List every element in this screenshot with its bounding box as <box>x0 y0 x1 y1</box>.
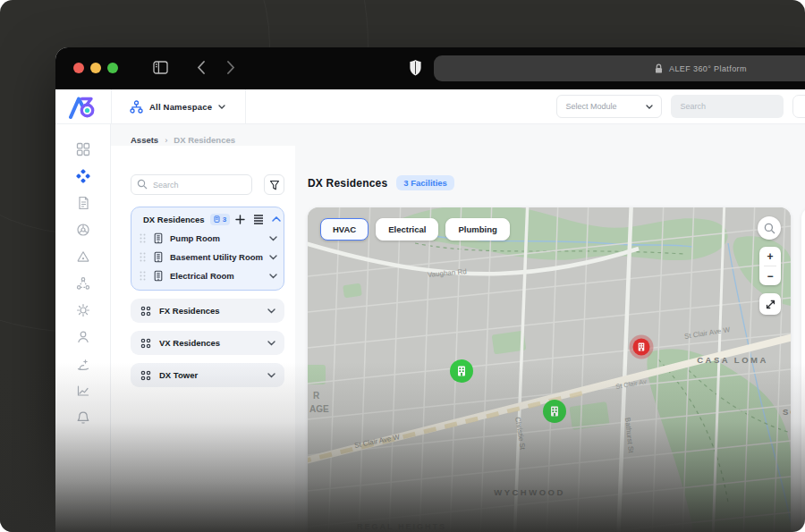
assets-icon[interactable] <box>55 163 110 190</box>
map-search-button[interactable] <box>758 216 781 240</box>
chevron-down-icon <box>267 308 275 314</box>
nav-rail <box>55 124 111 532</box>
filter-hvac-button[interactable]: HVAC <box>320 218 369 241</box>
content-area: Assets › DX Residences <box>111 124 805 532</box>
map-label-casa-loma: CASA LOMA <box>697 355 768 365</box>
building-icon <box>153 251 164 263</box>
zoom-in-button[interactable]: + <box>759 247 781 266</box>
tree-item-label: Pump Room <box>170 233 220 243</box>
minimize-button[interactable] <box>90 63 101 73</box>
module-select[interactable]: Select Module <box>556 95 662 118</box>
notifications-icon[interactable] <box>55 404 110 431</box>
dashboard-icon[interactable] <box>55 136 110 163</box>
main-panel: DX Residences 3 Facilities <box>295 146 805 532</box>
asset-tree-panel: DX Residences 3 <box>111 146 295 532</box>
group-icon <box>140 369 152 382</box>
namespace-label: All Namespace <box>149 102 212 112</box>
chevron-down-icon <box>646 105 653 109</box>
lock-icon <box>654 63 664 74</box>
map-label-regal-heights: REGAL HEIGHTS <box>357 522 446 531</box>
breadcrumb: Assets › DX Residences <box>111 124 805 146</box>
services-icon[interactable] <box>55 350 110 377</box>
compliance-icon[interactable] <box>55 216 110 243</box>
analytics-icon[interactable] <box>55 377 110 404</box>
marker-facility-alert[interactable] <box>630 335 654 359</box>
group-name: VX Residences <box>159 338 220 348</box>
map-label-wychwood: WYCHWOOD <box>494 487 565 497</box>
back-icon[interactable] <box>197 60 206 75</box>
funnel-icon <box>269 180 280 190</box>
tree-group-dx-tower[interactable]: DX Tower <box>131 363 284 387</box>
badge-count: 3 <box>223 215 226 224</box>
close-button[interactable] <box>73 63 84 73</box>
module-select-value: Select Module <box>565 102 616 111</box>
drag-handle-icon[interactable] <box>139 270 147 282</box>
facility-count-badge: 3 <box>210 214 230 225</box>
search-icon <box>764 223 775 234</box>
drag-handle-icon[interactable] <box>139 232 147 244</box>
tree-search-input[interactable] <box>131 174 252 195</box>
filter-electrical-button[interactable]: Electrical <box>376 218 438 241</box>
users-icon[interactable] <box>55 324 110 350</box>
chevron-down-icon <box>218 105 225 109</box>
group-icon <box>140 337 152 350</box>
tree-item-label: Electrical Room <box>170 271 234 281</box>
drag-handle-icon[interactable] <box>139 251 147 263</box>
header-right: Select Module AED <box>556 89 805 123</box>
map-card: Vaughan Rd St Clair Ave W St Clair Ave W… <box>308 207 791 532</box>
chevron-down-icon[interactable] <box>269 255 277 260</box>
group-name: DX Residences <box>143 215 205 224</box>
fullscreen-map-button[interactable] <box>759 293 781 315</box>
tree-item-basement-utility-room[interactable]: Basement Utility Room <box>138 248 277 266</box>
shield-icon[interactable] <box>409 59 422 77</box>
filter-button[interactable] <box>264 174 284 195</box>
marker-facility-normal[interactable] <box>543 400 566 423</box>
browser-titlebar: ALEF 360° Platform <box>55 47 805 89</box>
tree-group-vx-residences[interactable]: VX Residences <box>131 331 284 355</box>
chevron-down-icon[interactable] <box>269 274 277 279</box>
building-icon <box>153 232 164 244</box>
chevron-up-icon[interactable] <box>272 216 281 222</box>
app-body: Assets › DX Residences <box>55 124 805 532</box>
fullscreen-button[interactable] <box>107 63 118 73</box>
tree-item-pump-room[interactable]: Pump Room <box>138 229 277 248</box>
alerts-icon[interactable] <box>55 243 110 270</box>
building-icon <box>214 215 220 223</box>
address-bar[interactable]: ALEF 360° Platform <box>434 55 805 81</box>
breadcrumb-separator: › <box>165 135 167 145</box>
namespace-icon <box>130 100 143 114</box>
tree-group-fx-residences[interactable]: FX Residences <box>131 299 284 323</box>
chevron-down-icon[interactable] <box>269 236 277 241</box>
header-search-input[interactable] <box>671 95 784 118</box>
building-icon <box>153 270 164 282</box>
app-logo[interactable] <box>55 89 112 123</box>
sidebar-toggle-icon[interactable] <box>153 61 168 74</box>
chevron-down-icon <box>267 373 275 378</box>
currency-button[interactable]: AED <box>792 95 805 118</box>
namespace-selector[interactable]: All Namespace <box>112 89 246 123</box>
list-view-icon[interactable] <box>253 214 264 224</box>
hierarchy-icon[interactable] <box>55 270 110 297</box>
tree-group-dx-residences: DX Residences 3 <box>131 207 284 291</box>
map-label-partial-r: R <box>313 391 320 401</box>
zoom-control: + − <box>759 247 781 285</box>
tree-item-electrical-room[interactable]: Electrical Room <box>138 266 277 285</box>
breadcrumb-current: DX Residences <box>174 135 235 145</box>
settings-icon[interactable] <box>55 297 110 324</box>
app-header: All Namespace Select Module AED <box>55 89 805 124</box>
tree-group-header[interactable]: DX Residences 3 <box>138 209 277 229</box>
chevron-down-icon <box>267 341 275 346</box>
documents-icon[interactable] <box>55 190 110 216</box>
browser-window: ALEF 360° Platform <box>55 47 805 532</box>
group-name: FX Residences <box>159 306 220 316</box>
tree-item-label: Basement Utility Room <box>170 252 263 262</box>
add-icon[interactable] <box>235 215 245 224</box>
group-name: DX Tower <box>159 370 198 380</box>
forward-icon[interactable] <box>226 60 235 75</box>
app-root: All Namespace Select Module AED <box>55 89 805 532</box>
breadcrumb-assets[interactable]: Assets <box>131 135 158 145</box>
marker-facility-normal[interactable] <box>450 359 473 383</box>
filter-plumbing-button[interactable]: Plumbing <box>445 218 509 241</box>
zoom-out-button[interactable]: − <box>759 266 781 285</box>
map-canvas[interactable]: Vaughan Rd St Clair Ave W St Clair Ave W… <box>308 207 791 532</box>
